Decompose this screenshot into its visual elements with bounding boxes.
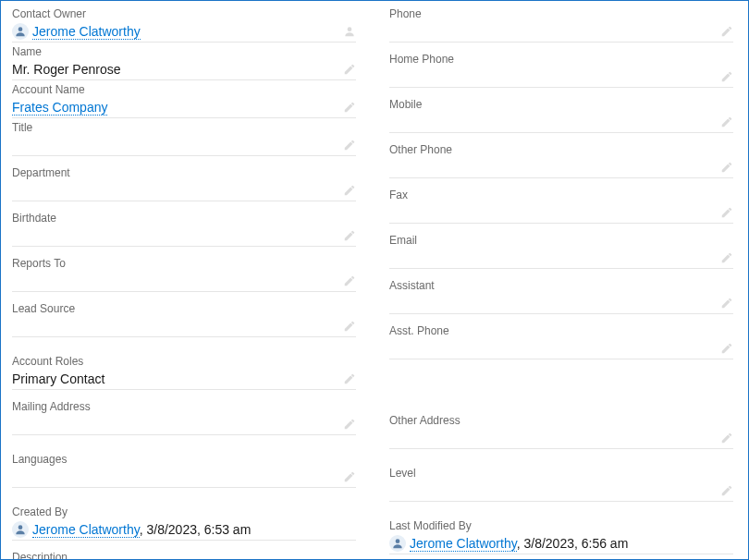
label-account-name: Account Name <box>12 82 356 97</box>
avatar-icon <box>389 535 406 552</box>
field-account-name: Account Name Frates Company <box>12 80 356 118</box>
avatar-icon <box>12 521 29 538</box>
edit-icon[interactable] <box>720 342 733 355</box>
edit-icon[interactable] <box>343 320 356 333</box>
contact-owner-link[interactable]: Jerome Clatworthy <box>32 24 141 40</box>
value-lead-source <box>12 318 356 335</box>
avatar-icon <box>12 23 29 40</box>
edit-icon[interactable] <box>343 372 356 385</box>
label-description: Description <box>12 550 356 560</box>
svg-point-2 <box>18 525 23 530</box>
contact-detail-panel: Contact Owner Jerome Clatworthy Name Mr.… <box>0 0 749 560</box>
label-email: Email <box>389 233 733 248</box>
label-phone: Phone <box>389 6 733 21</box>
label-other-phone: Other Phone <box>389 142 733 157</box>
change-owner-icon[interactable] <box>343 25 356 38</box>
field-asst-phone: Asst. Phone <box>389 322 733 359</box>
label-account-roles: Account Roles <box>12 354 356 369</box>
label-asst-phone: Asst. Phone <box>389 323 733 338</box>
field-phone: Phone <box>389 5 733 43</box>
svg-point-3 <box>396 539 400 543</box>
label-reports-to: Reports To <box>12 256 356 271</box>
label-title: Title <box>12 120 356 135</box>
value-other-phone <box>389 159 733 176</box>
field-department: Department <box>12 164 356 201</box>
account-name-link[interactable]: Frates Company <box>12 100 107 116</box>
label-mobile: Mobile <box>389 97 733 112</box>
label-department: Department <box>12 165 356 180</box>
label-other-address: Other Address <box>389 413 733 428</box>
edit-icon[interactable] <box>720 484 733 497</box>
edit-icon[interactable] <box>720 432 733 444</box>
label-name: Name <box>12 44 356 59</box>
label-assistant: Assistant <box>389 278 733 293</box>
edit-icon[interactable] <box>720 251 733 264</box>
value-fax <box>389 204 733 221</box>
edit-icon[interactable] <box>343 418 356 431</box>
field-languages: Languages <box>12 450 356 488</box>
label-home-phone: Home Phone <box>389 52 733 67</box>
field-account-roles: Account Roles Primary Contact <box>12 352 356 390</box>
created-by-link[interactable]: Jerome Clatworthy <box>32 522 140 538</box>
edit-icon[interactable] <box>343 139 356 152</box>
left-column: Contact Owner Jerome Clatworthy Name Mr.… <box>12 5 373 560</box>
svg-point-1 <box>348 27 352 31</box>
edit-icon[interactable] <box>720 25 733 38</box>
field-mobile: Mobile <box>389 95 733 133</box>
field-fax: Fax <box>389 186 733 224</box>
edit-icon[interactable] <box>720 161 733 174</box>
edit-icon[interactable] <box>720 297 733 310</box>
value-reports-to <box>12 273 356 289</box>
value-birthdate <box>12 227 356 244</box>
field-reports-to: Reports To <box>12 254 356 292</box>
field-other-phone: Other Phone <box>389 140 733 178</box>
value-phone <box>389 23 733 40</box>
label-last-modified-by: Last Modified By <box>389 518 733 533</box>
right-column: Phone Home Phone Mobile <box>373 5 737 560</box>
value-mobile <box>389 114 733 130</box>
value-level <box>389 482 733 499</box>
field-home-phone: Home Phone <box>389 50 733 88</box>
field-birthdate: Birthdate <box>12 209 356 247</box>
edit-icon[interactable] <box>343 184 356 197</box>
edit-icon[interactable] <box>720 116 733 128</box>
value-languages <box>12 469 356 485</box>
label-level: Level <box>389 466 733 481</box>
edit-icon[interactable] <box>343 101 356 114</box>
value-account-roles: Primary Contact <box>12 371 356 387</box>
field-mailing-address: Mailing Address <box>12 397 356 435</box>
value-other-address <box>389 430 733 446</box>
value-asst-phone <box>389 340 733 357</box>
field-created-by: Created By Jerome Clatworthy, 3/8/2023, … <box>12 503 356 541</box>
label-contact-owner: Contact Owner <box>12 6 356 21</box>
label-birthdate: Birthdate <box>12 211 356 225</box>
edit-icon[interactable] <box>720 70 733 83</box>
value-home-phone <box>389 68 733 85</box>
field-email: Email <box>389 231 733 269</box>
created-by-timestamp: , 3/8/2023, 6:53 am <box>140 522 252 537</box>
last-modified-by-timestamp: , 3/8/2023, 6:56 am <box>517 536 629 551</box>
value-name: Mr. Roger Penrose <box>12 61 356 78</box>
field-level: Level <box>389 464 733 502</box>
svg-point-0 <box>18 27 23 31</box>
field-assistant: Assistant <box>389 276 733 314</box>
value-email <box>389 250 733 266</box>
field-description: Description <box>12 548 356 560</box>
field-other-address: Other Address <box>389 411 733 449</box>
label-fax: Fax <box>389 188 733 202</box>
edit-icon[interactable] <box>343 63 356 76</box>
field-lead-source: Lead Source <box>12 299 356 337</box>
edit-icon[interactable] <box>343 274 356 287</box>
field-name: Name Mr. Roger Penrose <box>12 43 356 80</box>
edit-icon[interactable] <box>343 470 356 483</box>
value-assistant <box>389 295 733 311</box>
value-title <box>12 137 356 153</box>
last-modified-by-link[interactable]: Jerome Clatworthy <box>410 536 517 552</box>
label-lead-source: Lead Source <box>12 301 356 316</box>
label-languages: Languages <box>12 452 356 467</box>
field-last-modified-by: Last Modified By Jerome Clatworthy, 3/8/… <box>389 517 733 554</box>
edit-icon[interactable] <box>720 206 733 219</box>
edit-icon[interactable] <box>343 229 356 242</box>
field-title: Title <box>12 118 356 156</box>
label-mailing-address: Mailing Address <box>12 399 356 414</box>
